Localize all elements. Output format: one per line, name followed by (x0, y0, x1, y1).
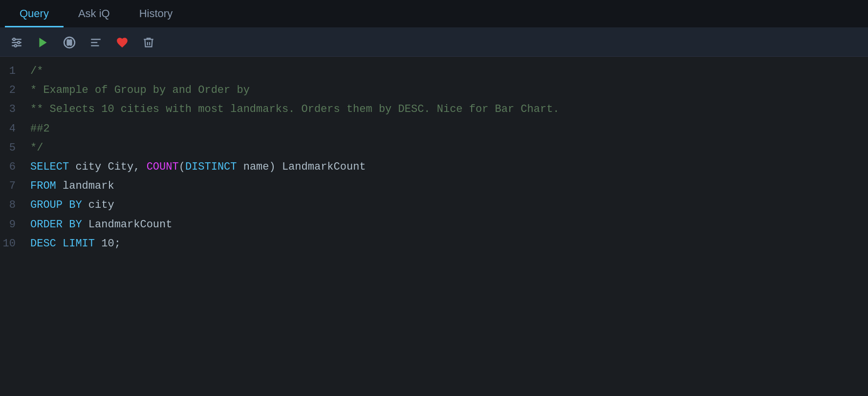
line-number-8: 8 (0, 197, 25, 214)
line-content-3: ** Selects 10 cities with most landmarks… (25, 101, 560, 118)
line-content-7: FROM landmark (25, 177, 114, 195)
code-line-10: 10 DESC LIMIT 10; (0, 234, 868, 253)
run-icon[interactable] (34, 34, 52, 51)
line-content-4: ##2 (25, 120, 50, 137)
line-number-5: 5 (0, 139, 25, 156)
line-number-1: 1 (0, 63, 25, 80)
code-line-3: 3 ** Selects 10 cities with most landmar… (0, 100, 868, 119)
tab-query[interactable]: Query (5, 0, 64, 27)
tab-query-label: Query (20, 7, 49, 20)
line-content-6: SELECT city City, COUNT(DISTINCT name) L… (25, 158, 366, 176)
settings-icon[interactable] (8, 34, 25, 51)
tab-bar: Query Ask iQ History (0, 0, 868, 28)
svg-point-3 (13, 38, 15, 41)
svg-marker-6 (39, 38, 46, 47)
code-line-2: 2 * Example of Group by and Order by (0, 81, 868, 100)
line-content-5: */ (25, 139, 43, 156)
code-line-6: 6 SELECT city City, COUNT(DISTINCT name)… (0, 157, 868, 176)
favorite-icon[interactable] (113, 34, 131, 51)
code-line-4: 4 ##2 (0, 119, 868, 138)
line-number-2: 2 (0, 82, 25, 99)
delete-icon[interactable] (140, 34, 157, 51)
code-editor[interactable]: 1 /* 2 * Example of Group by and Order b… (0, 57, 868, 396)
line-number-9: 9 (0, 216, 25, 233)
line-number-10: 10 (0, 235, 25, 252)
line-content-1: /* (25, 63, 43, 80)
line-content-9: ORDER BY LandmarkCount (25, 216, 172, 233)
code-line-1: 1 /* (0, 62, 868, 81)
line-content-10: DESC LIMIT 10; (25, 235, 121, 252)
tab-ask-iq-label: Ask iQ (78, 7, 110, 20)
code-line-8: 8 GROUP BY city (0, 196, 868, 215)
code-line-7: 7 FROM landmark (0, 176, 868, 196)
svg-rect-8 (67, 40, 69, 45)
svg-point-4 (18, 41, 20, 44)
format-icon[interactable] (87, 34, 105, 51)
svg-point-5 (14, 44, 17, 47)
svg-rect-9 (70, 40, 71, 45)
tab-history[interactable]: History (125, 0, 187, 27)
pause-icon[interactable] (61, 34, 78, 51)
tab-history-label: History (139, 7, 173, 20)
line-number-4: 4 (0, 120, 25, 137)
line-number-7: 7 (0, 177, 25, 195)
line-number-3: 3 (0, 101, 25, 118)
tab-ask-iq[interactable]: Ask iQ (64, 0, 125, 27)
line-number-6: 6 (0, 158, 25, 176)
line-content-2: * Example of Group by and Order by (25, 82, 250, 99)
code-line-9: 9 ORDER BY LandmarkCount (0, 215, 868, 234)
line-content-8: GROUP BY city (25, 197, 114, 214)
toolbar (0, 28, 868, 57)
code-line-5: 5 */ (0, 138, 868, 157)
